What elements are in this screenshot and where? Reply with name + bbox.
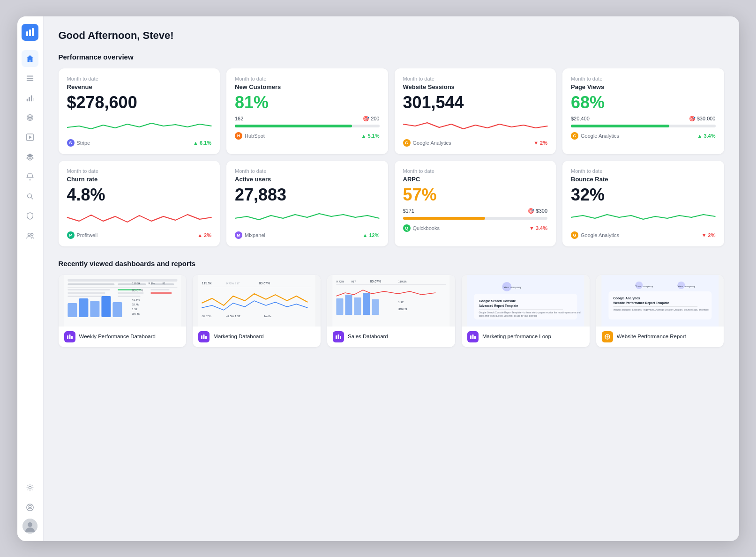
svg-text:Advanced Report Template: Advanced Report Template — [479, 304, 518, 308]
bounce-rate-change: ▼ 2% — [702, 232, 716, 238]
quickbooks-icon: Q — [403, 224, 411, 232]
new-customers-progress-row: 162 🎯 200 — [235, 116, 380, 122]
svg-point-23 — [28, 522, 32, 527]
recently-viewed-title: Recently viewed dashboards and reports — [59, 260, 724, 267]
svg-rect-2 — [32, 28, 34, 36]
svg-rect-34 — [118, 292, 143, 294]
performance-overview-section: Performance overview Month to date Reven… — [59, 53, 724, 246]
metric-card-page-views: Month to date Page Views 68% $20,400 🎯 $… — [562, 68, 724, 154]
table-icon — [26, 74, 34, 82]
svg-rect-98 — [608, 291, 711, 319]
bounce-rate-footer: G Google Analytics ▼ 2% — [571, 231, 716, 239]
website-sessions-label: Month to date — [403, 76, 548, 82]
sidebar-item-stack[interactable] — [22, 149, 38, 165]
churn-rate-footer: P Profitwell ▲ 2% — [67, 231, 212, 239]
sidebar-item-chart[interactable] — [22, 89, 38, 106]
avatar-image — [22, 519, 37, 534]
play-icon — [26, 133, 34, 141]
dashboard-card-marketing[interactable]: 119.5k 9.72% 917 80.67% 80.67% 43.5% 1.3… — [193, 275, 321, 347]
website-sessions-source: G Google Analytics — [403, 139, 451, 147]
churn-rate-source: P Profitwell — [67, 231, 98, 239]
search-icon — [26, 192, 34, 201]
weekly-name: Weekly Performance Databoard — [79, 333, 156, 340]
svg-rect-51 — [67, 335, 68, 339]
website-sessions-title: Website Sessions — [403, 83, 548, 90]
sidebar-item-profile[interactable] — [22, 499, 38, 516]
svg-text:119.5k: 119.5k — [202, 282, 212, 285]
sidebar-item-home[interactable] — [22, 50, 38, 67]
sidebar-item-users[interactable] — [22, 227, 38, 244]
svg-rect-73 — [354, 297, 361, 315]
dashboard-card-loop[interactable]: Your company Google Search Console Advan… — [462, 275, 590, 347]
arpc-footer: Q Quickbooks ▼ 3.4% — [403, 224, 548, 232]
active-users-change: ▲ 12% — [363, 232, 380, 238]
arpc-progress-fill — [403, 217, 486, 220]
sidebar-item-shield[interactable] — [22, 208, 38, 224]
page-views-progress-bg — [571, 125, 716, 127]
svg-text:Website Performance Report Tem: Website Performance Report Template — [613, 301, 669, 305]
churn-rate-label: Month to date — [67, 168, 212, 174]
performance-overview-title: Performance overview — [59, 53, 724, 61]
recently-viewed-section: Recently viewed dashboards and reports — [59, 260, 724, 347]
svg-rect-26 — [67, 283, 114, 285]
website-report-name: Website Performance Report — [617, 333, 686, 340]
svg-text:43.5%: 43.5% — [132, 298, 140, 301]
svg-text:9.72%: 9.72% — [336, 280, 344, 283]
svg-point-21 — [29, 505, 31, 507]
sidebar-item-settings[interactable] — [22, 479, 38, 496]
dashboards-grid: 119.5k 9.1% 91 80.67% 43.5% 32.4k 1.32 3… — [59, 275, 724, 347]
sidebar-item-play[interactable] — [22, 129, 38, 146]
svg-rect-42 — [112, 302, 122, 317]
svg-rect-71 — [336, 298, 343, 315]
website-report-icon-svg — [604, 334, 611, 340]
metric-card-arpc: Month to date ARPC 57% $171 🎯 $300 Q Qui… — [395, 161, 556, 246]
page-views-value: 68% — [571, 94, 716, 111]
svg-rect-1 — [29, 30, 31, 36]
arpc-source: Q Quickbooks — [403, 224, 440, 232]
svg-line-16 — [31, 197, 33, 199]
dashboard-card-website-report[interactable]: Your company Your company Google Analyti… — [596, 275, 724, 347]
mixpanel-icon: M — [235, 231, 242, 239]
weekly-icon-svg — [67, 334, 73, 340]
svg-rect-29 — [67, 287, 177, 288]
svg-text:3m 8s: 3m 8s — [398, 307, 407, 311]
svg-text:Your company: Your company — [677, 285, 695, 288]
dashboard-card-weekly[interactable]: 119.5k 9.1% 91 80.67% 43.5% 32.4k 1.32 3… — [59, 275, 187, 347]
svg-rect-91 — [472, 334, 473, 339]
svg-text:Your company: Your company — [635, 285, 653, 288]
website-report-icon — [602, 331, 613, 342]
svg-point-19 — [29, 486, 31, 489]
svg-rect-9 — [33, 98, 33, 101]
app-logo[interactable] — [22, 24, 38, 41]
new-customers-title: New Customers — [235, 83, 380, 90]
svg-rect-35 — [150, 292, 172, 294]
sales-icon-svg — [335, 334, 342, 340]
target-icon — [26, 113, 34, 122]
profile-icon — [26, 503, 34, 512]
sidebar-item-search[interactable] — [22, 188, 38, 205]
svg-rect-0 — [26, 31, 28, 36]
churn-rate-title: Churn rate — [67, 176, 212, 183]
svg-rect-101 — [613, 306, 697, 307]
svg-text:Google Analytics: Google Analytics — [613, 297, 640, 300]
active-users-source: M Mixpanel — [235, 231, 265, 239]
sidebar-item-table[interactable] — [22, 70, 38, 87]
svg-text:917: 917 — [351, 280, 356, 283]
website-report-info: Website Performance Report — [596, 327, 724, 347]
svg-rect-70 — [336, 284, 446, 285]
svg-rect-62 — [201, 335, 202, 339]
website-report-thumb: Your company Your company Google Analyti… — [596, 275, 724, 327]
user-avatar[interactable] — [22, 519, 37, 534]
page-views-progress-fill — [571, 125, 669, 127]
sidebar-item-target[interactable] — [22, 109, 38, 126]
page-title: Good Afternoon, Steve! — [59, 30, 724, 42]
app-window: Good Afternoon, Steve! Performance overv… — [17, 16, 739, 541]
loop-thumb: Your company Google Search Console Advan… — [462, 275, 590, 327]
sidebar-item-bell[interactable] — [22, 168, 38, 185]
dashboard-card-sales[interactable]: 9.72% 917 80.67% 119.5k — [327, 275, 455, 347]
sidebar — [17, 16, 44, 541]
ga-icon-2: G — [571, 132, 578, 140]
weekly-thumb: 119.5k 9.1% 91 80.67% 43.5% 32.4k 1.32 3… — [59, 275, 187, 327]
sales-name: Sales Databoard — [348, 333, 388, 340]
svg-text:80.67%: 80.67% — [202, 315, 212, 318]
